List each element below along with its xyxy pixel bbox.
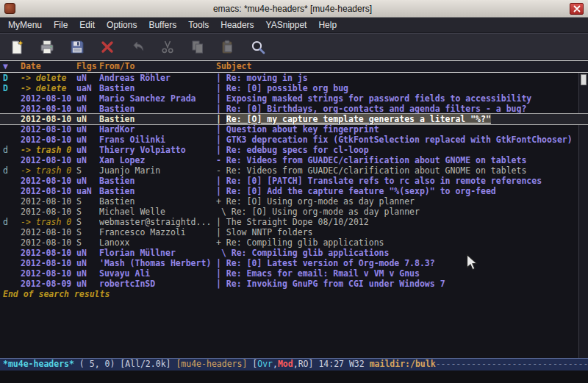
menu-headers[interactable]: Headers	[215, 18, 259, 32]
message-flags: S	[76, 237, 99, 248]
message-flags: S	[76, 227, 99, 237]
message-row[interactable]: 2012-08-10SFrancesco Mazzoli| Slow NNTP …	[0, 227, 588, 237]
save-icon[interactable]	[68, 37, 87, 57]
modeline-segment: [mu4e-headers]	[176, 359, 247, 369]
sort-arrow-icon[interactable]: ▼	[3, 61, 21, 72]
column-header-subject[interactable]: Subject	[216, 61, 251, 72]
mark-prefix	[3, 93, 21, 104]
message-flags: uN	[76, 176, 99, 186]
date-or-mark: 2012-08-09	[21, 279, 76, 289]
message-row[interactable]: 2012-08-10uNHardKor| Question about key …	[0, 124, 588, 135]
message-from: HardKor	[99, 124, 216, 135]
menu-edit[interactable]: Edit	[74, 18, 101, 32]
new-file-icon[interactable]	[7, 37, 26, 57]
window-close-button[interactable]	[570, 3, 584, 15]
message-from: Bastien	[99, 186, 216, 196]
message-from: Lanoxx	[99, 237, 216, 248]
message-row[interactable]: 2012-08-10uNXan Lopez- Re: Videos from G…	[0, 155, 588, 165]
message-from: Francesco Mazzoli	[99, 227, 216, 237]
date-or-mark: -> trash 0	[21, 217, 76, 227]
column-header-date[interactable]: Date	[21, 61, 76, 72]
echo-area[interactable]	[0, 371, 588, 383]
message-row[interactable]: 2012-08-10uaNBastien| Re: [0] Add the ca…	[0, 186, 588, 196]
modeline-segment: ,	[273, 359, 278, 369]
header-line: ▼ Date Flgs From/To Subject	[0, 60, 588, 73]
paste-icon[interactable]	[218, 37, 237, 57]
message-row[interactable]: 2012-08-10uNMario Sanchez Prada| Exposin…	[0, 93, 588, 104]
message-row[interactable]: d-> trash 0SJuanjo Marin- Re: Videos fro…	[0, 165, 588, 176]
menu-help[interactable]: Help	[312, 18, 343, 32]
message-subject: | Re: Emacs for email: Rmail v VM v Gnus	[216, 268, 420, 279]
message-row[interactable]: 2012-08-10uNSuvayu Ali| Re: Emacs for em…	[0, 268, 588, 279]
mark-prefix	[3, 237, 21, 248]
modeline-segment: RO	[298, 359, 309, 369]
mark-prefix: d	[3, 217, 21, 227]
message-row[interactable]: 2012-08-10uNBastien| Re: [0] [PATCH] Tra…	[0, 176, 588, 186]
message-flags: uN	[76, 155, 99, 165]
title-bar[interactable]: emacs: *mu4e-headers* [mu4e-headers]	[0, 0, 588, 18]
date-or-mark: -> delete	[21, 83, 76, 93]
message-from: Bastien	[99, 104, 216, 114]
close-icon	[573, 5, 581, 12]
cut-icon[interactable]	[158, 37, 177, 57]
message-from: Bastien	[99, 83, 216, 93]
modeline-segment: ( 5, 0) [All/2.0k]	[74, 359, 176, 369]
message-flags: uN	[76, 104, 99, 114]
message-from: Bastien	[99, 176, 216, 186]
date-or-mark: 2012-08-10	[21, 124, 76, 135]
message-row[interactable]: 2012-08-10SMichael Welle \ Re: [O] Using…	[0, 207, 588, 217]
message-row[interactable]: d-> trash 0uNThierry Volpiatto| Re: edeb…	[0, 145, 588, 155]
message-subject: + Re: Compiling glib applications	[216, 237, 384, 248]
mark-prefix: D	[3, 83, 21, 93]
headers-buffer: D-> deleteuNAndreas Röhler| Re: moving i…	[0, 73, 588, 358]
mark-prefix	[3, 248, 21, 258]
date-or-mark: 2012-08-10	[21, 207, 76, 217]
message-row[interactable]: 2012-08-09uNrobertcInSD| Re: Invoking Gn…	[0, 279, 588, 289]
mark-prefix: d	[3, 145, 21, 155]
message-subject: | Slow NNTP folders	[216, 227, 313, 237]
message-from: robertcInSD	[99, 279, 216, 289]
date-or-mark: 2012-08-10	[21, 155, 76, 165]
menu-bar: MyMenuFileEditOptionsBuffersToolsHeaders…	[0, 18, 588, 33]
mark-prefix	[3, 104, 21, 114]
message-row[interactable]: 2012-08-10uNFlorian Müllner \ Re: Compil…	[0, 248, 588, 258]
message-from: Andreas Röhler	[99, 73, 216, 83]
message-row[interactable]: D-> deleteuaNBastien| Re: [0] possible o…	[0, 83, 588, 93]
search-icon[interactable]	[248, 37, 268, 57]
message-row[interactable]: 2012-08-10uNBastien| Re: [O] my capture …	[0, 114, 588, 124]
message-row[interactable]: 2012-08-10SBastien+ Re: [O] Using org-mo…	[0, 196, 588, 207]
mark-prefix	[3, 155, 21, 165]
message-from: Thierry Volpiatto	[99, 145, 216, 155]
scrollbar-thumb[interactable]	[581, 74, 587, 85]
message-row[interactable]: D-> deleteuNAndreas Röhler| Re: moving i…	[0, 73, 588, 83]
message-flags: uaN	[76, 83, 99, 93]
message-row[interactable]: 2012-08-10uN'Mash (Thomas Herbert)| Re: …	[0, 258, 588, 268]
message-flags: uN	[76, 248, 99, 258]
menu-buffers[interactable]: Buffers	[143, 18, 182, 32]
column-header-flags[interactable]: Flgs	[76, 61, 99, 72]
message-row[interactable]: 2012-08-10uNBastien| Re: [0] Birthdays, …	[0, 104, 588, 114]
date-or-mark: 2012-08-10	[21, 186, 76, 196]
menu-file[interactable]: File	[48, 18, 74, 32]
column-header-from[interactable]: From/To	[99, 61, 216, 72]
copy-icon[interactable]	[188, 37, 207, 57]
menu-yasnippet[interactable]: YASnippet	[260, 18, 313, 32]
message-flags: S	[76, 165, 99, 176]
print-icon[interactable]	[37, 37, 57, 57]
message-row[interactable]: d-> trash 0Swebmaster@straightd...| The …	[0, 217, 588, 227]
undo-icon[interactable]	[128, 37, 147, 57]
message-row[interactable]: 2012-08-10uNFrans Oilinki| GTK3 deprecat…	[0, 135, 588, 145]
emacs-frame: emacs: *mu4e-headers* [mu4e-headers] MyM…	[0, 0, 588, 383]
mark-prefix	[3, 176, 21, 186]
menu-tools[interactable]: Tools	[182, 18, 215, 32]
message-subject: \ Re: [O] Using org-mode as day planner	[216, 207, 420, 217]
date-or-mark: 2012-08-10	[21, 268, 76, 279]
menu-options[interactable]: Options	[101, 18, 143, 32]
modeline-segment: 14:27 W32	[318, 359, 369, 369]
message-row[interactable]: 2012-08-10SLanoxx+ Re: Compiling glib ap…	[0, 237, 588, 248]
message-flags: uN	[76, 258, 99, 268]
modeline-segment: Ovr	[257, 359, 273, 369]
message-subject: - Re: Videos from GUADEC/clarification a…	[216, 165, 526, 176]
menu-mymenu[interactable]: MyMenu	[2, 18, 48, 32]
close-icon[interactable]	[98, 37, 117, 57]
